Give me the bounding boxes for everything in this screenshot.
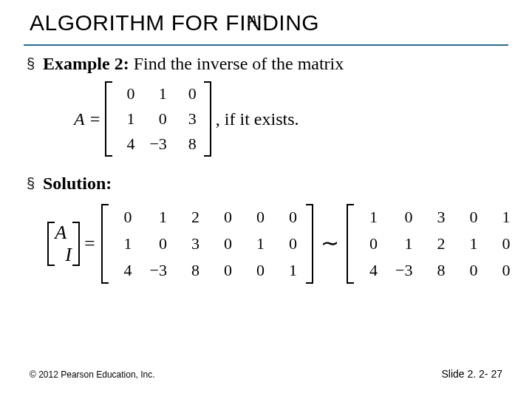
bracket-left-icon [105,81,112,157]
ai-bracket: AI [47,222,80,266]
bracket-left-icon [101,204,109,284]
example-bullet-row: § Example 2: Find the inverse of the mat… [27,53,505,74]
bracket-right-icon [306,204,313,284]
row-equiv-symbol: ∼ [321,230,339,256]
ai-eq: = [84,233,95,255]
title-rule [24,44,508,46]
bullet-icon: § [27,173,43,194]
example-label: Example 2: [43,54,129,73]
example-text: Example 2: Find the inverse of the matri… [43,53,344,74]
matrix-a-suffix: , if it exists. [216,109,299,129]
matrix-ai: 012000 103010 4−38001 [101,204,313,284]
matrix-ai-table: 012000 103010 4−38001 [109,204,306,284]
slide: ALGORITHM FOR FINDING A−1 § Example 2: F… [0,0,532,399]
footer-slide-number: Slide 2. 2- 27 [442,368,503,380]
matrix-step-table: 103010 012100 4−38001 [354,204,532,284]
bracket-left-icon [347,204,354,284]
matrix-a: 010 103 4−38 [105,81,211,157]
matrix-a-table: 010 103 4−38 [112,81,203,157]
ai-a: A [55,222,66,243]
matrix-a-line: A = 010 103 4−38 , if it exists. [74,81,505,157]
example-rest: Find the inverse of the matrix [129,54,344,73]
slide-title: ALGORITHM FOR FINDING [30,10,319,35]
bracket-left-icon [47,222,52,266]
ai-i: I [65,244,72,265]
solution-label: Solution: [43,174,112,193]
solution-block: § Solution: AI = [27,173,505,284]
solution-label-wrap: Solution: [43,173,112,194]
bracket-right-icon [75,222,80,266]
a-inverse-symbol: A−1 [248,12,267,30]
ai-label: AI = [47,222,95,266]
matrix-step: 103010 012100 4−38001 [347,204,532,284]
footer-copyright: © 2012 Pearson Education, Inc. [30,369,155,380]
solution-bullet-row: § Solution: [27,173,505,194]
bracket-right-icon [204,81,211,157]
a-inverse-sup: −1 [257,12,267,22]
a-inverse-base: A [248,13,257,29]
solution-line: AI = 012000 103010 4−38001 ∼ [47,204,505,284]
bullet-icon: § [27,53,43,74]
matrix-a-lhs: A = [74,109,100,129]
body: § Example 2: Find the inverse of the mat… [27,53,505,284]
